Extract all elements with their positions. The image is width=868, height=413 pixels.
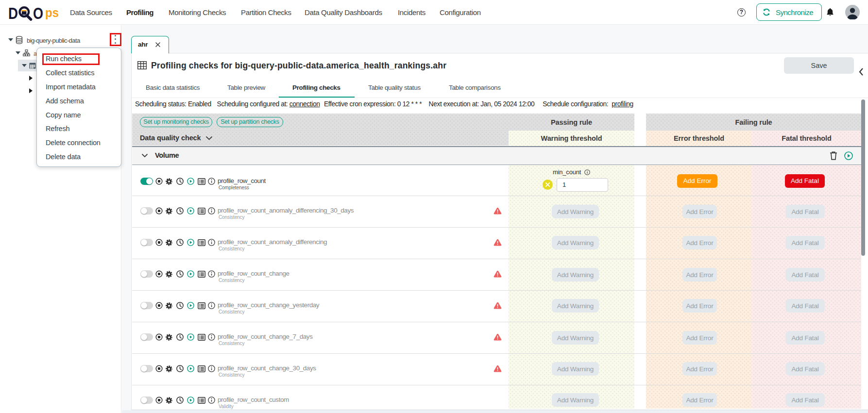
svg-text:D: D bbox=[8, 4, 18, 22]
svg-text:ps: ps bbox=[45, 5, 59, 20]
svg-text:O: O bbox=[33, 4, 43, 22]
